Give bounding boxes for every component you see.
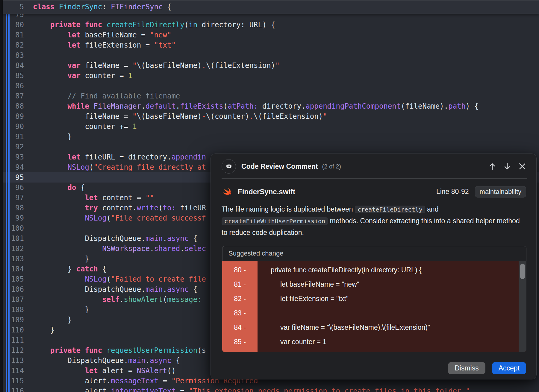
- code-line[interactable]: 83: [0, 50, 539, 60]
- accept-button[interactable]: Accept: [492, 362, 526, 374]
- line-number: 94: [0, 162, 24, 172]
- code-text: let alert = NSAlert(): [33, 366, 176, 376]
- line-number: 84: [0, 60, 24, 71]
- line-number: 105: [0, 274, 24, 284]
- code-line[interactable]: 89 fileName = "\(baseFileName)-\(counter…: [0, 111, 539, 121]
- code-text: var fileName = "\(baseFileName).\(fileEx…: [33, 60, 280, 71]
- line-number: 83: [0, 50, 24, 60]
- suggested-change-section: Suggested change 80 -private func create…: [222, 246, 526, 352]
- diff-line-number: 81 -: [222, 280, 258, 288]
- diff-line-number: 85 -: [222, 338, 258, 346]
- swift-logo-icon: [222, 186, 233, 197]
- comment-body: The file naming logic is duplicated betw…: [222, 203, 526, 238]
- code-text: }: [33, 305, 89, 315]
- diff-scrollbar-thumb[interactable]: [520, 264, 525, 279]
- line-number: 101: [0, 233, 24, 244]
- code-line[interactable]: 86: [0, 81, 539, 91]
- code-text: NSWorkspace.shared.selec: [33, 244, 206, 254]
- line-number: 99: [0, 213, 24, 223]
- next-comment-button[interactable]: [502, 161, 512, 171]
- comment-text: and: [425, 205, 439, 213]
- line-number: 80: [0, 20, 24, 30]
- code-text: fileName = "\(baseFileName)-\(counter).\…: [33, 111, 327, 121]
- code-text: alert.informativeText = "This extension …: [33, 386, 470, 392]
- code-line[interactable]: 116 alert.informativeText = "This extens…: [0, 386, 539, 392]
- line-number: 82: [0, 40, 24, 50]
- line-number: 111: [0, 335, 24, 345]
- close-button[interactable]: [517, 161, 527, 171]
- diff-row: 81 -let baseFileName = "new": [222, 277, 526, 292]
- code-text: let fileURL = directory.appendin: [33, 152, 206, 162]
- robot-icon: [222, 159, 236, 174]
- diff-scrollbar-track[interactable]: [519, 261, 526, 352]
- code-text: self.showAlert(message:: [33, 294, 202, 305]
- code-text: let fileExtension = "txt": [33, 40, 176, 50]
- file-info-row: FinderSync.swift Line 80-92 maintainabil…: [222, 186, 526, 197]
- code-text: NSLog("Failed to create file: [33, 274, 206, 284]
- line-number: 100: [0, 223, 24, 233]
- line-number: 116: [0, 386, 24, 392]
- code-line[interactable]: 82 let fileExtension = "txt": [0, 40, 539, 50]
- diff-line-number: 84 -: [222, 323, 258, 332]
- code-line[interactable]: 88 while FileManager.default.fileExists(…: [0, 101, 539, 111]
- code-text: counter += 1: [33, 121, 137, 132]
- code-text: }: [33, 254, 89, 264]
- code-text: try content.write(to: fileUR: [33, 203, 206, 213]
- gutter-border: [3, 0, 3, 392]
- line-number: 96: [0, 183, 24, 193]
- diff-code: var fileName = "\(baseFileName).\(fileEx…: [258, 323, 430, 332]
- diff-code: private func createFileDirectly(in direc…: [258, 266, 422, 274]
- code-text: NSLog("Creating file directly at: [33, 162, 206, 172]
- line-number: 85: [0, 71, 24, 81]
- change-indicator-bar: [6, 14, 7, 392]
- line-number: 81: [0, 30, 24, 40]
- line-number: 103: [0, 254, 24, 264]
- diff-line-number: 83 -: [222, 309, 258, 317]
- code-text: do {: [33, 183, 85, 193]
- diff-row: 82 -let fileExtension = "txt": [222, 292, 526, 306]
- category-badge: maintainability: [475, 186, 526, 197]
- code-line[interactable]: 84 var fileName = "\(baseFileName).\(fil…: [0, 60, 539, 71]
- close-icon: [518, 162, 527, 171]
- popup-actions: Dismiss Accept: [448, 362, 526, 374]
- line-number: 91: [0, 132, 24, 142]
- diff-line-number: 80 -: [222, 266, 258, 274]
- inline-code: createFileDirectly: [355, 206, 425, 213]
- line-number: 90: [0, 121, 24, 132]
- popup-header: Code Review Comment (2 of 2): [211, 154, 536, 177]
- line-number: 93: [0, 152, 24, 162]
- popup-title: Code Review Comment: [241, 162, 318, 171]
- code-line[interactable]: 92: [0, 142, 539, 152]
- diff-code: let baseFileName = "new": [258, 280, 359, 288]
- line-number: 88: [0, 101, 24, 111]
- code-line[interactable]: 91 }: [0, 132, 539, 142]
- code-text: }: [33, 325, 54, 335]
- diff-line-number: 82 -: [222, 295, 258, 303]
- code-text: } catch {: [33, 264, 107, 274]
- comment-text: The file naming logic is duplicated betw…: [222, 205, 355, 213]
- code-line[interactable]: 87 // Find available filename: [0, 91, 539, 101]
- code-text: private func requestUserPermission(s: [33, 345, 206, 355]
- previous-comment-button[interactable]: [487, 161, 497, 171]
- line-number: 114: [0, 366, 24, 376]
- code-line[interactable]: 81 let baseFileName = "new": [0, 30, 539, 40]
- dismiss-button[interactable]: Dismiss: [448, 362, 485, 374]
- code-review-popup: Code Review Comment (2 of 2): [211, 154, 537, 379]
- diff-code: let fileExtension = "txt": [258, 295, 349, 303]
- code-text: let content = "": [33, 193, 154, 203]
- code-text: }: [33, 315, 72, 325]
- sticky-scope-header[interactable]: 5 class FinderSync: FIFinderSync {: [3, 0, 539, 14]
- code-line[interactable]: 80 private func createFileDirectly(in di…: [0, 20, 539, 30]
- diff-row: 84 -var fileName = "\(baseFileName).\(fi…: [222, 320, 526, 335]
- window-edge-strip: [0, 0, 3, 392]
- code-line[interactable]: 85 var counter = 1: [0, 71, 539, 81]
- sticky-code: class FinderSync: FIFinderSync {: [33, 1, 171, 14]
- line-number: 92: [0, 142, 24, 152]
- code-text: private func createFileDirectly(in direc…: [33, 20, 275, 30]
- suggested-change-label: Suggested change: [222, 246, 526, 261]
- line-number: 97: [0, 193, 24, 203]
- line-number: 108: [0, 305, 24, 315]
- diff-row: 83 -: [222, 306, 526, 320]
- code-line[interactable]: 90 counter += 1: [0, 121, 539, 132]
- line-number: 113: [0, 355, 24, 366]
